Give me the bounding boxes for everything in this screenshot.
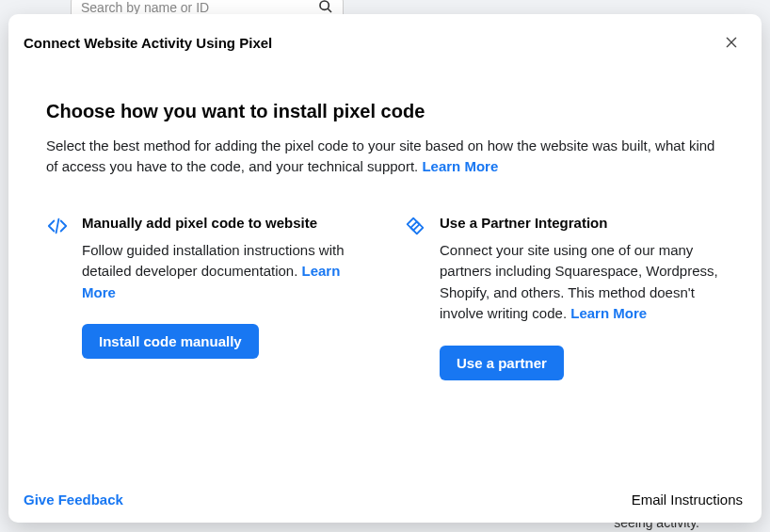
close-button[interactable] [720, 31, 743, 54]
svg-point-0 [320, 1, 329, 9]
main-description: Select the best method for adding the pi… [46, 136, 724, 177]
modal-title: Connect Website Activity Using Pixel [24, 35, 272, 51]
code-icon [46, 215, 69, 237]
close-icon [724, 35, 739, 50]
learn-more-link-partner[interactable]: Learn More [570, 305, 647, 321]
option-partner-title: Use a Partner Integration [440, 215, 724, 231]
option-partner-description: Connect your site using one of our many … [440, 240, 724, 325]
option-partner: Use a Partner Integration Connect your s… [404, 215, 724, 380]
partner-icon [404, 215, 426, 237]
option-partner-content: Use a Partner Integration Connect your s… [440, 215, 724, 380]
give-feedback-link[interactable]: Give Feedback [24, 492, 123, 508]
install-manually-button[interactable]: Install code manually [82, 324, 259, 359]
use-partner-button[interactable]: Use a partner [440, 346, 564, 380]
option-manual: Manually add pixel code to website Follo… [46, 215, 366, 380]
option-manual-title: Manually add pixel code to website [82, 215, 366, 231]
email-instructions-link[interactable]: Email Instructions [632, 492, 743, 508]
search-placeholder: Search by name or ID [81, 0, 209, 15]
svg-line-1 [328, 8, 331, 12]
option-manual-description: Follow guided installation instructions … [82, 240, 366, 304]
modal-footer: Give Feedback Email Instructions [8, 476, 762, 523]
learn-more-link-main[interactable]: Learn More [422, 158, 498, 174]
option-manual-content: Manually add pixel code to website Follo… [82, 215, 366, 380]
modal-header: Connect Website Activity Using Pixel [8, 14, 762, 63]
main-heading: Choose how you want to install pixel cod… [46, 101, 724, 122]
modal-body: Choose how you want to install pixel cod… [8, 63, 762, 476]
svg-line-4 [56, 218, 59, 233]
install-options: Manually add pixel code to website Follo… [46, 215, 724, 380]
main-description-text: Select the best method for adding the pi… [46, 137, 714, 174]
pixel-install-modal: Connect Website Activity Using Pixel Cho… [8, 14, 762, 523]
